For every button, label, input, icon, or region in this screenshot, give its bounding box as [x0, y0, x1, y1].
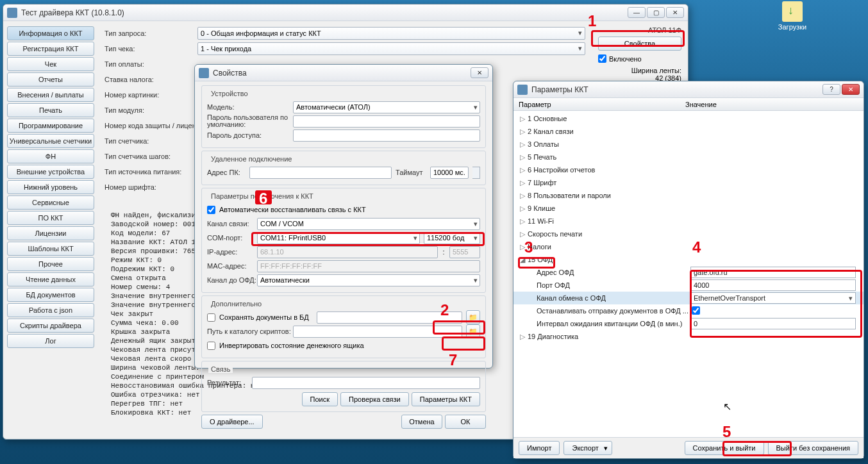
params-titlebar[interactable]: Параметры ККТ ? ✕ — [513, 81, 864, 98]
inp-pwd-user[interactable] — [293, 115, 480, 128]
save-exit-button[interactable]: Сохранить и выйти — [685, 441, 764, 455]
inp-pc-addr[interactable] — [249, 167, 392, 179]
lbl-request-type: Тип запроса: — [104, 29, 197, 37]
node-11[interactable]: ▷11 Wi-Fi — [513, 215, 864, 228]
nav-readdata[interactable]: Чтение данных — [7, 272, 94, 286]
node-2[interactable]: ▷2 Канал связи — [513, 125, 864, 138]
ok-button[interactable]: ОК — [445, 415, 486, 429]
lbl-step-counter-type: Тип счетчика шагов: — [104, 153, 197, 160]
sel-ofd-channel[interactable]: Автоматически — [257, 274, 480, 286]
node-speed[interactable]: ▷Скорость печати — [513, 228, 864, 240]
inp-ofd-port[interactable]: 4000 — [690, 279, 856, 291]
lbl-ofd-channel: Канал до ОФД: — [207, 276, 253, 284]
lbl-savedocs: Сохранять документы в БД — [219, 313, 309, 321]
node-5[interactable]: ▷5 Печать — [513, 151, 864, 163]
chk-ofd-stop[interactable] — [692, 306, 700, 315]
properties-button[interactable]: Свойства — [598, 37, 681, 51]
nav-deposits[interactable]: Внесения / выплаты — [7, 88, 94, 102]
browse-db-button[interactable]: 📁 — [466, 310, 480, 324]
exit-nosave-button[interactable]: Выйти без сохранения — [768, 441, 859, 455]
nav-reports[interactable]: Отчеты — [7, 72, 94, 87]
lbl-pc-addr: Адрес ПК: — [207, 169, 246, 176]
inp-pwd-access[interactable] — [293, 129, 480, 142]
nav-templates[interactable]: Шаблоны ККТ — [7, 242, 94, 256]
nav-programming[interactable]: Программирование — [7, 119, 94, 133]
node-taxes[interactable]: ▷Налоги — [513, 240, 864, 253]
params-close-button[interactable]: ✕ — [842, 84, 860, 95]
params-help-button[interactable]: ? — [822, 84, 840, 95]
group-link: Связь — [208, 365, 233, 373]
about-button[interactable]: О драйвере... — [201, 415, 263, 429]
inp-scripts-path[interactable] — [293, 326, 462, 338]
checklink-button[interactable]: Проверка связи — [340, 392, 409, 406]
inp-ofd-interval[interactable]: 0 — [690, 318, 856, 329]
sel-comport[interactable]: COM11: FPrintUSB0 — [257, 232, 420, 244]
node-8[interactable]: ▷8 Пользователи и пароли — [513, 189, 864, 202]
node-19[interactable]: ▷19 Диагностика — [513, 330, 864, 343]
node-15-ofd[interactable]: ◢15 ОФД — [513, 253, 864, 266]
timeout-spinner[interactable] — [472, 167, 480, 179]
browse-scripts-button[interactable]: 📁 — [466, 324, 480, 338]
folder-download-icon — [782, 1, 803, 22]
import-button[interactable]: Импорт — [519, 441, 560, 455]
group-remote: Удаленное подключение — [208, 155, 294, 163]
inp-timeout[interactable]: 10000 мс. — [430, 167, 469, 179]
nav-lowlevel[interactable]: Нижний уровень — [7, 180, 94, 194]
props-titlebar[interactable]: Свойства ✕ — [195, 65, 492, 81]
node-ofd-addr[interactable]: Адрес ОФДgate.ofd.ru — [513, 266, 864, 279]
nav-check[interactable]: Чек — [7, 57, 94, 71]
export-button[interactable]: Экспорт▾ — [563, 441, 612, 455]
nav-licenses[interactable]: Лицензии — [7, 226, 94, 240]
node-9[interactable]: ▷9 Клише — [513, 202, 864, 215]
main-title: Тест драйвера ККТ (10.8.1.0) — [21, 8, 124, 17]
minimize-button[interactable]: — — [628, 7, 646, 18]
lbl-payment-type: Тип оплаты: — [104, 60, 197, 68]
tape-width-label: Ширина ленты: — [598, 67, 681, 74]
close-button[interactable]: ✕ — [666, 7, 684, 18]
sel-request-type[interactable]: 0 - Общая информация и статус ККТ — [197, 27, 585, 40]
nav-other[interactable]: Прочее — [7, 257, 94, 271]
nav-log[interactable]: Лог — [7, 334, 94, 348]
nav-registration[interactable]: Регистрация ККТ — [7, 42, 94, 56]
sel-channel[interactable]: COM / VCOM — [257, 218, 480, 230]
nav-docs-db[interactable]: БД документов — [7, 288, 94, 302]
maximize-button[interactable]: ▢ — [647, 7, 665, 18]
sel-receipt-type[interactable]: 1 - Чек прихода — [197, 42, 585, 55]
node-3[interactable]: ▷3 Оплаты — [513, 138, 864, 151]
lbl-tax-rate: Ставка налога: — [104, 76, 197, 83]
desktop-downloads-icon[interactable]: Загрузки — [773, 1, 812, 31]
chk-autorestore[interactable] — [207, 206, 215, 214]
chk-savedocs[interactable] — [207, 313, 215, 322]
inp-ip-port: 5555 — [449, 246, 480, 258]
node-ofd-channel[interactable]: Канал обмена с ОФДEthernetOverTransport — [513, 292, 864, 304]
props-close-button[interactable]: ✕ — [471, 67, 488, 78]
node-1[interactable]: ▷1 Основные — [513, 112, 864, 125]
nav-print[interactable]: Печать — [7, 103, 94, 117]
sel-baud[interactable]: 115200 бод — [424, 232, 480, 244]
cancel-button[interactable]: Отмена — [401, 415, 442, 429]
nav-info[interactable]: Информация о ККТ — [7, 26, 94, 40]
node-ofd-interval[interactable]: Интервал ожидания квитанции ОФД (в мин.)… — [513, 317, 864, 330]
inp-savedocs-path[interactable] — [317, 311, 462, 324]
node-6[interactable]: ▷6 Настройки отчетов — [513, 163, 864, 176]
search-button[interactable]: Поиск — [302, 392, 338, 406]
sel-model[interactable]: Автоматически (АТОЛ) — [293, 101, 480, 113]
nav-software[interactable]: ПО ККТ — [7, 211, 94, 225]
node-ofd-stop[interactable]: Останавливать отправку документов в ОФД … — [513, 304, 864, 317]
kkt-params-button[interactable]: Параметры ККТ — [412, 392, 480, 406]
main-titlebar[interactable]: Тест драйвера ККТ (10.8.1.0) — ▢ ✕ — [3, 4, 688, 21]
nav-json[interactable]: Работа с json — [7, 303, 94, 317]
node-ofd-port[interactable]: Порт ОФД4000 — [513, 279, 864, 292]
params-title: Параметры ККТ — [531, 85, 588, 94]
inp-ofd-addr[interactable]: gate.ofd.ru — [690, 267, 856, 278]
sel-ofd-exchange[interactable]: EthernetOverTransport — [690, 292, 856, 304]
nav-fn[interactable]: ФН — [7, 149, 94, 163]
nav-service[interactable]: Сервисные — [7, 195, 94, 210]
params-tree[interactable]: ▷1 Основные ▷2 Канал связи ▷3 Оплаты ▷5 … — [513, 111, 864, 438]
nav-scripts[interactable]: Скрипты драйвера — [7, 319, 94, 333]
node-7[interactable]: ▷7 Шрифт — [513, 176, 864, 189]
chk-invert-drawer[interactable] — [207, 342, 215, 350]
nav-external[interactable]: Внешние устройства — [7, 165, 94, 179]
nav-counters[interactable]: Универсальные счетчики — [7, 134, 94, 148]
enabled-checkbox[interactable] — [598, 54, 606, 63]
